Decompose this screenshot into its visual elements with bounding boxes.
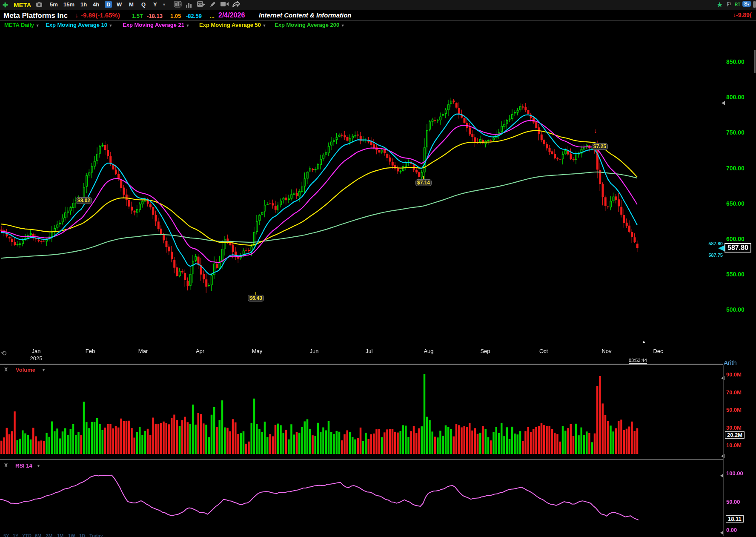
tab-5m[interactable]: 5m [50, 1, 58, 8]
x-axis-month-label: Dec [653, 348, 663, 354]
rsi-panel-header: X RSI 14 ▼ [0, 462, 170, 469]
price-axis-tick: 850.00 [726, 58, 745, 65]
draw-pencil-icon[interactable] [209, 1, 216, 9]
time-cursor-arrow-icon: ▲ [642, 339, 646, 344]
toolbar-separator [0, 20, 756, 21]
vertical-scrollbar[interactable] [754, 50, 756, 73]
rsi-title[interactable]: RSI 14 [15, 462, 32, 469]
chart-canvas[interactable] [0, 0, 756, 537]
ticker-summary-row: Meta Platforms Inc ↓ -9.89(-1.65%) 1.5T … [0, 10, 756, 20]
stat-b: 1.05 [170, 13, 181, 19]
last-price-box: 587.80 [724, 243, 751, 253]
chart-style-icon[interactable] [174, 1, 182, 9]
rsi-close-button[interactable]: X [4, 462, 8, 468]
clipped-toolbar-icon[interactable] [753, 1, 756, 8]
x-axis-month-label: Apr [196, 348, 204, 354]
volume-bars-icon[interactable] [186, 2, 192, 9]
tab-4h[interactable]: 4h [93, 1, 99, 8]
x-axis-month-label: Sep [480, 348, 490, 354]
calculator-icon[interactable] [197, 1, 205, 9]
series-label[interactable]: META Daily ▼ [4, 22, 40, 28]
x-axis-month-label: Oct [539, 348, 548, 354]
time-cursor: 03:53:44 [629, 358, 647, 364]
quote-lower: 587.75 [695, 253, 723, 258]
video-icon[interactable] [220, 1, 229, 8]
range-6m[interactable]: 6M [35, 533, 41, 537]
range-1y[interactable]: 1Y [13, 533, 18, 537]
range-today[interactable]: Today [89, 533, 103, 537]
ema200-label[interactable]: Exp Moving Average 200 ▼ [275, 22, 345, 28]
tab-monthly[interactable]: M [129, 1, 134, 8]
price-axis-tick: 500.00 [726, 306, 745, 313]
tab-yearly[interactable]: Y [153, 1, 157, 8]
earnings-eps-tag: $7.25 [592, 143, 608, 150]
volume-panel-header: X Volume ▼ [0, 367, 170, 373]
volume-title[interactable]: Volume [16, 367, 35, 373]
earnings-tag-stem [423, 176, 424, 179]
tab-weekly[interactable]: W [117, 1, 122, 8]
market-cap: 1.5T [132, 13, 143, 19]
favorite-star-icon[interactable]: ★ [717, 1, 722, 9]
range-ytd[interactable]: YTD [22, 533, 32, 537]
range-1m[interactable]: 1M [57, 533, 63, 537]
volume-dropdown-icon[interactable]: ▼ [42, 368, 46, 372]
more-stats[interactable]: ... [210, 13, 215, 19]
x-axis-month-label: Mar [138, 348, 148, 354]
share-icon[interactable] [232, 1, 240, 9]
price-axis-tick: 700.00 [726, 165, 745, 172]
ema50-label[interactable]: Exp Moving Average 50 ▼ [199, 22, 266, 28]
tab-daily-selected[interactable]: D [105, 1, 112, 8]
volume-min-marker-icon [721, 454, 724, 458]
range-3m[interactable]: 3M [46, 533, 52, 537]
volume-axis-tick: 30.0M [726, 425, 742, 431]
symbol-label[interactable]: META [14, 1, 31, 9]
earnings-eps-tag: $8.02 [76, 197, 92, 204]
volume-current-box: 20.2M [725, 431, 745, 439]
price-axis-tick: 750.00 [726, 129, 745, 136]
scale-type-label[interactable]: Arith [724, 359, 737, 366]
earnings-tag-stem [255, 292, 256, 295]
quote-date: 2/4/2026 [218, 11, 245, 19]
stat-c: -82.59 [186, 13, 202, 19]
rsi-current-box: 18.11 [726, 515, 744, 523]
earnings-eps-tag: $6.43 [248, 295, 264, 302]
range-1w[interactable]: 1W [68, 533, 75, 537]
x-axis-month-label: Jun [310, 348, 319, 354]
stat-a: -18.13 [147, 13, 163, 19]
rsi-axis-tick: 50.00 [726, 499, 740, 505]
volume-close-button[interactable]: X [4, 367, 8, 373]
camera-icon[interactable] [36, 1, 43, 9]
price-axis-tick: 550.00 [726, 271, 745, 278]
stream-badge[interactable]: S▾ [742, 1, 751, 7]
realtime-badge: RT [735, 2, 740, 7]
price-marker-icon [722, 101, 725, 105]
company-name: Meta Platforms Inc [3, 11, 68, 20]
timeframe-dropdown-icon[interactable]: ▼ [162, 3, 166, 7]
indicator-row: META Daily ▼ Exp Moving Average 10 ▼ Exp… [0, 22, 756, 29]
rsi-axis-tick: 0.00 [726, 527, 737, 533]
tab-quarterly[interactable]: Q [141, 1, 146, 8]
horizontal-scrollbar[interactable] [0, 364, 723, 365]
ema10-label[interactable]: Exp Moving Average 10 ▼ [46, 22, 113, 28]
rsi-axis-tick: 100.00 [726, 470, 743, 477]
x-axis-month-label: Nov [601, 348, 611, 354]
volume-max-marker-icon [721, 376, 724, 380]
range-1d[interactable]: 1D [79, 533, 85, 537]
rsi-dropdown-icon[interactable]: ▼ [37, 464, 40, 468]
flag-icon[interactable]: ⚐ [726, 1, 732, 8]
x-axis-month-label: May [252, 348, 263, 354]
price-axis-tick: 650.00 [726, 200, 745, 207]
x-axis-month-label: Aug [424, 348, 433, 354]
price-axis-tick: 600.00 [726, 235, 745, 242]
link-icon[interactable]: ⟲ [1, 349, 6, 357]
tab-15m[interactable]: 15m [63, 1, 74, 8]
earnings-eps-tag: $7.14 [415, 179, 432, 186]
volume-axis-tick: 90.0M [726, 371, 742, 378]
range-5y[interactable]: 5Y [3, 533, 9, 537]
change-down-arrow-icon: ↓ [75, 11, 78, 19]
ema21-label[interactable]: Exp Moving Average 21 ▼ [123, 22, 190, 28]
tab-1h[interactable]: 1h [80, 1, 87, 8]
axis-gutter-separator [723, 365, 724, 536]
add-symbol-icon[interactable]: ✚ [3, 1, 8, 9]
rsi-separator[interactable] [0, 459, 723, 460]
